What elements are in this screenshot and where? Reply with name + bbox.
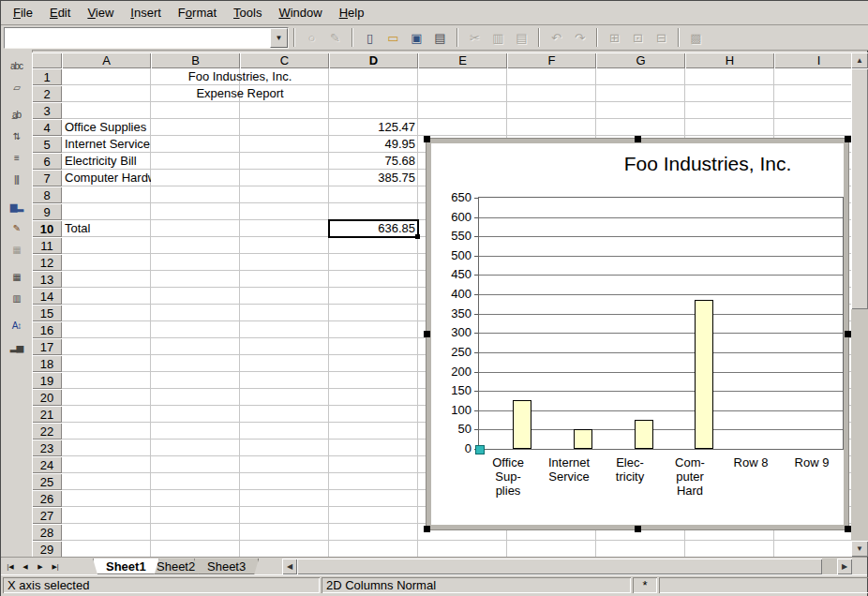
autoformat-icon[interactable]: ▦ (6, 240, 28, 260)
styles-icon[interactable]: ⊡ (627, 27, 649, 48)
cell-A5[interactable]: Internet Service (62, 136, 151, 153)
horizontal-scrollbar[interactable]: ◀ ▶ (282, 559, 852, 574)
edit-file-icon[interactable]: ✎ (324, 27, 346, 48)
chart-bar-4[interactable] (695, 300, 713, 449)
columns-icon[interactable]: ||| (6, 170, 28, 189)
chart-title[interactable]: Foo Industries, Inc. (624, 153, 792, 175)
next-sheet-button[interactable]: ▶ (33, 559, 48, 574)
row-header-4[interactable]: 4 (32, 119, 62, 136)
embedded-chart[interactable]: Foo Industries, Inc.05010015020025030035… (427, 139, 848, 529)
rows-icon[interactable]: ≡ (6, 148, 28, 168)
stop-icon[interactable]: ○ (301, 27, 322, 48)
mini-chart-icon[interactable]: ▂▅ (6, 337, 28, 357)
column-header-F[interactable]: F (507, 52, 596, 68)
column-header-G[interactable]: G (596, 52, 685, 68)
row-header-2[interactable]: 2 (32, 85, 62, 102)
chart-selection-handle[interactable] (845, 331, 851, 337)
chart-selection-handle[interactable] (845, 136, 851, 142)
hyperlink-icon[interactable]: ⊟ (651, 27, 672, 48)
row-header-26[interactable]: 26 (32, 490, 62, 507)
cell-A10[interactable]: Total (62, 220, 151, 237)
cut-icon[interactable]: ✂ (464, 27, 486, 48)
abc-spellcheck-icon[interactable]: abc (6, 56, 28, 76)
insert-fields-icon[interactable]: a̲b (6, 105, 28, 125)
redo-icon[interactable]: ↷ (569, 27, 591, 48)
scroll-up-button[interactable]: ▲ (851, 52, 868, 68)
row-header-11[interactable]: 11 (32, 237, 62, 254)
row-header-5[interactable]: 5 (32, 136, 62, 153)
row-header-14[interactable]: 14 (32, 288, 62, 305)
undo-icon[interactable]: ↶ (546, 27, 567, 48)
row-header-10[interactable]: 10 (32, 220, 62, 237)
row-header-19[interactable]: 19 (32, 372, 62, 389)
vertical-scrollbar[interactable]: ▲ ▼ (851, 52, 868, 557)
row-header-3[interactable]: 3 (32, 102, 62, 119)
row-header-17[interactable]: 17 (32, 338, 62, 355)
last-sheet-button[interactable]: ▶| (48, 559, 63, 574)
column-header-C[interactable]: C (240, 52, 329, 68)
menu-edit[interactable]: Edit (41, 3, 79, 22)
navigator-icon[interactable]: ⊞ (604, 27, 625, 48)
column-header-H[interactable]: H (685, 52, 774, 68)
insert-chart-icon[interactable]: ▆▂ (6, 197, 28, 216)
chart-plot-area[interactable]: 050100150200250300350400450500550600650 (478, 197, 844, 450)
insert-table-icon[interactable]: ▦ (6, 267, 28, 287)
chart-bar-2[interactable] (574, 429, 592, 449)
cell-D7[interactable]: 385.75 (329, 170, 418, 186)
row-header-6[interactable]: 6 (32, 153, 62, 170)
row-header-12[interactable]: 12 (32, 254, 62, 271)
column-header-D[interactable]: D (329, 52, 418, 68)
fill-handle[interactable] (415, 234, 420, 239)
scroll-down-button[interactable]: ▼ (851, 541, 868, 557)
chart-selection-handle[interactable] (424, 136, 430, 142)
insert-object-icon[interactable]: ▱ (6, 78, 28, 97)
cell-D4[interactable]: 125.47 (329, 119, 418, 136)
column-header-E[interactable]: E (418, 52, 507, 68)
cell-A4[interactable]: Office Supplies (62, 119, 151, 136)
menu-format[interactable]: Format (170, 3, 225, 22)
first-sheet-button[interactable]: |◀ (3, 559, 18, 574)
menu-help[interactable]: Help (331, 3, 373, 22)
menu-file[interactable]: File (5, 3, 41, 22)
cell-B1[interactable]: Foo Industries, Inc. (151, 68, 329, 85)
row-header-27[interactable]: 27 (32, 507, 62, 524)
row-header-15[interactable]: 15 (32, 305, 62, 321)
x-axis-selection-handle[interactable] (475, 445, 485, 454)
row-header-29[interactable]: 29 (32, 541, 62, 557)
url-name-input[interactable] (5, 28, 270, 48)
chart-bar-1[interactable] (513, 400, 531, 449)
row-header-24[interactable]: 24 (32, 456, 62, 473)
menu-window[interactable]: Window (270, 3, 330, 22)
column-header-B[interactable]: B (151, 52, 240, 68)
row-header-1[interactable]: 1 (32, 68, 62, 85)
horizontal-scroll-thumb[interactable] (297, 559, 822, 574)
open-folder-icon[interactable]: ▭ (382, 27, 404, 48)
sort-icon[interactable]: ⇅ (6, 127, 28, 146)
font-size-icon[interactable]: A↕ (6, 316, 28, 335)
chart-selection-handle[interactable] (424, 526, 430, 532)
cell-A7[interactable]: Computer Hardware (62, 170, 151, 186)
select-all-corner[interactable] (32, 52, 62, 68)
row-header-22[interactable]: 22 (32, 423, 62, 440)
chart-selection-handle[interactable] (635, 526, 641, 532)
draw-functions-icon[interactable]: ✎ (6, 218, 28, 238)
row-header-20[interactable]: 20 (32, 389, 62, 406)
cell-D5[interactable]: 49.95 (329, 136, 418, 153)
scroll-right-button[interactable]: ▶ (837, 559, 852, 574)
paste-icon[interactable]: ▤ (511, 27, 532, 48)
copy-icon[interactable]: ▥ (487, 27, 509, 48)
chart-selection-handle[interactable] (845, 526, 851, 532)
row-header-23[interactable]: 23 (32, 440, 62, 456)
scroll-left-button[interactable]: ◀ (282, 559, 297, 574)
cell-D6[interactable]: 75.68 (329, 153, 418, 170)
prev-sheet-button[interactable]: ◀ (18, 559, 33, 574)
vertical-scroll-thumb[interactable] (851, 68, 868, 309)
row-header-9[interactable]: 9 (32, 203, 62, 220)
new-document-icon[interactable]: ▯ (359, 27, 381, 48)
column-header-A[interactable]: A (62, 52, 151, 68)
column-header-I[interactable]: I (774, 52, 851, 68)
sheet-tab-sheet3[interactable]: Sheet3 (194, 559, 259, 574)
row-header-18[interactable]: 18 (32, 355, 62, 372)
row-header-7[interactable]: 7 (32, 170, 62, 186)
chart-bar-3[interactable] (635, 420, 653, 449)
